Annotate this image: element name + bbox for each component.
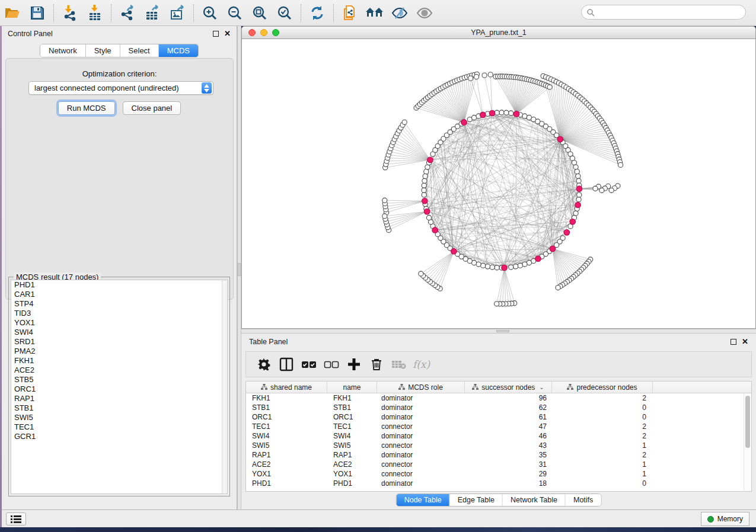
table-tab-network-table[interactable]: Network Table bbox=[503, 494, 566, 506]
graph-node[interactable] bbox=[499, 110, 504, 115]
mcds-result-item[interactable]: PMA2 bbox=[11, 347, 227, 356]
graph-hub-node[interactable] bbox=[422, 198, 428, 204]
gear-icon[interactable] bbox=[255, 355, 272, 373]
table-cell[interactable]: 61 bbox=[465, 413, 552, 421]
column-header-name[interactable]: name bbox=[327, 382, 377, 393]
run-mcds-button[interactable]: Run MCDS bbox=[58, 101, 115, 115]
table-row[interactable]: SWI4SWI4dominator462 bbox=[246, 431, 751, 441]
table-cell[interactable]: 18 bbox=[465, 479, 552, 488]
graph-node[interactable] bbox=[422, 178, 427, 183]
graph-hub-node[interactable] bbox=[461, 120, 467, 126]
table-cell[interactable]: PHD1 bbox=[327, 479, 377, 488]
table-cell[interactable]: dominator bbox=[377, 479, 465, 488]
zoom-out-icon[interactable] bbox=[224, 2, 246, 24]
deselect-all-checkboxes-icon[interactable] bbox=[323, 355, 340, 373]
graph-node[interactable] bbox=[495, 265, 499, 270]
table-row[interactable]: TEC1TEC1connector472 bbox=[246, 422, 751, 431]
table-cell[interactable]: ORC1 bbox=[246, 413, 327, 421]
table-tab-edge-table[interactable]: Edge Table bbox=[450, 494, 503, 506]
eye-icon[interactable] bbox=[413, 2, 436, 24]
graph-node[interactable] bbox=[422, 183, 426, 188]
graph-hub-node[interactable] bbox=[451, 248, 457, 254]
graph-leaf-node[interactable] bbox=[382, 214, 387, 219]
mcds-result-item[interactable]: CAR1 bbox=[11, 290, 227, 299]
mcds-result-item[interactable]: SWI4 bbox=[11, 328, 227, 337]
table-cell[interactable]: dominator bbox=[377, 432, 465, 440]
graph-leaf-node[interactable] bbox=[474, 75, 479, 79]
graph-hub-node[interactable] bbox=[550, 246, 556, 252]
close-panel-button[interactable]: Close panel bbox=[123, 101, 181, 115]
graph-node[interactable] bbox=[509, 265, 513, 270]
graph-node[interactable] bbox=[485, 264, 490, 269]
mcds-result-item[interactable]: TEC1 bbox=[11, 422, 227, 432]
mcds-result-item[interactable]: STP4 bbox=[11, 299, 227, 309]
eye-slash-icon[interactable] bbox=[388, 2, 411, 24]
table-cell[interactable]: YOX1 bbox=[327, 470, 377, 478]
table-cell[interactable]: 2 bbox=[552, 432, 653, 440]
mcds-result-item[interactable]: FKH1 bbox=[11, 356, 227, 366]
table-cell[interactable]: 0 bbox=[552, 413, 653, 421]
zoom-in-icon[interactable] bbox=[199, 2, 221, 24]
table-cell[interactable]: 43 bbox=[465, 441, 552, 450]
graph-hub-node[interactable] bbox=[570, 219, 576, 225]
table-cell[interactable]: 47 bbox=[465, 422, 552, 431]
table-tab-motifs[interactable]: Motifs bbox=[566, 494, 601, 506]
table-cell[interactable]: 1 bbox=[552, 460, 653, 469]
graph-leaf-node[interactable] bbox=[382, 198, 387, 203]
documents-share-icon[interactable] bbox=[339, 2, 361, 24]
graph-node[interactable] bbox=[490, 265, 495, 270]
table-row[interactable]: RAP1RAP1dominator352 bbox=[246, 450, 751, 460]
splitter-grip[interactable] bbox=[238, 263, 241, 276]
graph-node[interactable] bbox=[426, 215, 431, 220]
graph-node[interactable] bbox=[422, 193, 426, 197]
table-cell[interactable]: SWI4 bbox=[246, 432, 327, 440]
graph-node[interactable] bbox=[576, 174, 580, 178]
table-cell[interactable]: TEC1 bbox=[327, 422, 377, 431]
import-network-icon[interactable] bbox=[59, 2, 81, 24]
splitter-grip[interactable] bbox=[496, 330, 509, 332]
graph-leaf-node[interactable] bbox=[482, 73, 487, 78]
table-cell[interactable]: PHD1 bbox=[246, 479, 327, 488]
close-panel-icon[interactable]: ✕ bbox=[224, 31, 231, 37]
column-header-predecessor-nodes[interactable]: predecessor nodes bbox=[552, 382, 653, 393]
table-cell[interactable]: RAP1 bbox=[246, 451, 327, 459]
table-cell[interactable]: dominator bbox=[377, 394, 465, 402]
graph-hub-node[interactable] bbox=[424, 209, 430, 214]
tab-network[interactable]: Network bbox=[40, 44, 86, 57]
graph-leaf-node[interactable] bbox=[488, 72, 493, 77]
table-cell[interactable]: 29 bbox=[465, 470, 552, 478]
graph-node[interactable] bbox=[576, 197, 581, 202]
table-cell[interactable]: 96 bbox=[465, 394, 552, 402]
graph-leaf-node[interactable] bbox=[618, 162, 623, 167]
graph-hub-node[interactable] bbox=[432, 227, 438, 233]
scrollbar-thumb[interactable] bbox=[745, 396, 750, 448]
mcds-result-item[interactable]: STB5 bbox=[11, 375, 227, 384]
table-scrollbar[interactable] bbox=[744, 394, 751, 491]
criterion-dropdown[interactable]: largest connected component (undirected) bbox=[28, 81, 213, 95]
table-cell[interactable]: 35 bbox=[465, 451, 552, 459]
circular-arrows-icon[interactable] bbox=[306, 2, 328, 24]
graph-leaf-node[interactable] bbox=[609, 188, 614, 193]
column-header-shared-name[interactable]: shared name bbox=[246, 382, 327, 393]
graph-leaf-node[interactable] bbox=[468, 76, 473, 81]
graph-hub-node[interactable] bbox=[513, 111, 519, 117]
graph-node[interactable] bbox=[577, 193, 582, 197]
tab-mcds[interactable]: MCDS bbox=[159, 44, 198, 57]
graph-leaf-node[interactable] bbox=[593, 186, 598, 191]
export-table-icon[interactable] bbox=[141, 2, 164, 24]
table-cell[interactable]: dominator bbox=[377, 413, 465, 421]
graph-node[interactable] bbox=[422, 188, 426, 193]
graph-node[interactable] bbox=[481, 263, 486, 268]
table-cell[interactable]: 2 bbox=[552, 394, 653, 402]
graph-node[interactable] bbox=[509, 111, 513, 116]
float-panel-icon[interactable] bbox=[213, 31, 219, 37]
mcds-result-item[interactable]: ORC1 bbox=[11, 384, 227, 394]
mcds-result-item[interactable]: YOX1 bbox=[11, 318, 227, 328]
graph-hub-node[interactable] bbox=[489, 110, 495, 116]
table-tab-node-table[interactable]: Node Table bbox=[397, 494, 450, 506]
task-history-button[interactable] bbox=[6, 512, 26, 525]
vertical-splitter[interactable] bbox=[237, 26, 241, 509]
table-cell[interactable]: connector bbox=[377, 470, 465, 478]
graph-node[interactable] bbox=[573, 165, 578, 169]
graph-hub-node[interactable] bbox=[576, 186, 582, 192]
